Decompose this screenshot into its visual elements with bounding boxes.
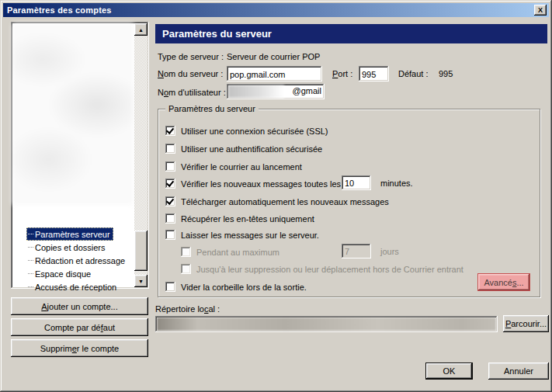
checkbox-label: Vérifier le courrier au lancement xyxy=(181,162,302,172)
tree-branch-icon xyxy=(28,273,33,274)
username-value: @gmail xyxy=(293,86,321,95)
leave-on-server-checkbox[interactable] xyxy=(165,230,175,240)
mnemonic: A xyxy=(41,302,47,311)
checkbox-label: Télécharger automatiquement les nouveaux… xyxy=(181,197,389,206)
cancel-button[interactable]: Annuler xyxy=(488,363,549,380)
button-label: Avancé xyxy=(484,278,512,287)
days-suffix: jours xyxy=(380,247,399,256)
server-type-value: Serveur de courrier POP xyxy=(227,52,320,61)
until-deleted-checkbox[interactable] xyxy=(181,264,191,274)
username-field[interactable]: @gmail xyxy=(227,84,325,99)
username-label: Nom d'utilisateur : xyxy=(158,88,226,97)
settings-tree: Paramètres serveur Copies et dossiers Ré… xyxy=(26,227,128,307)
tree-branch-icon xyxy=(28,234,33,234)
tree-branch-icon xyxy=(28,260,33,261)
port-default-value: 995 xyxy=(439,69,453,78)
window-title: Paramètres des comptes xyxy=(7,5,112,15)
server-name-label: Nom du serveur : xyxy=(158,69,223,78)
row-check-at-startup: Vérifier le courrier au lancement xyxy=(165,161,302,172)
ok-button[interactable]: OK xyxy=(425,363,473,380)
port-field-wrap xyxy=(359,66,389,82)
redacted-username xyxy=(228,85,284,98)
tree-item-accuses-reception[interactable]: Accusés de réception xyxy=(26,280,120,293)
redacted-account-names xyxy=(12,23,134,205)
local-dir-label: Répertoire local : xyxy=(155,304,220,314)
account-tree-listbox[interactable]: Paramètres serveur Copies et dossiers Ré… xyxy=(11,22,149,289)
interval-minutes-input[interactable] xyxy=(342,175,371,190)
tree-item-label: Accusés de réception xyxy=(35,283,116,292)
server-name-input[interactable] xyxy=(227,66,322,82)
vertical-scrollbar[interactable]: ▲ ▼ xyxy=(134,23,148,287)
max-days-checkbox[interactable] xyxy=(181,247,191,257)
checkbox-label: Récupérer les en-têtes uniquement xyxy=(181,214,314,224)
page-title: Paramètres du serveur xyxy=(155,24,547,43)
tree-branch-icon xyxy=(28,247,33,248)
tree-item-label: Espace disque xyxy=(35,269,91,279)
tree-item-copies-dossiers[interactable]: Copies et dossiers xyxy=(26,241,109,254)
tree-item-redaction-adressage[interactable]: Rédaction et adressage xyxy=(26,254,128,267)
tree-item-parametres-serveur[interactable]: Paramètres serveur xyxy=(26,227,113,241)
button-label: jouter un compte... xyxy=(47,302,118,311)
browse-button[interactable]: Parcourir... xyxy=(503,315,549,332)
secure-auth-checkbox[interactable] xyxy=(165,144,175,154)
mnemonic: N xyxy=(158,69,164,78)
headers-only-checkbox[interactable] xyxy=(165,213,175,224)
tree-item-label: Paramètres serveur xyxy=(35,230,110,239)
server-type-label: Type de serveur : xyxy=(158,52,224,61)
row-secure-auth: Utiliser une authentification sécurisée xyxy=(165,143,322,154)
scrollbar-thumb[interactable] xyxy=(134,231,148,271)
empty-trash-checkbox[interactable] xyxy=(165,282,175,292)
server-name-field-wrap xyxy=(227,66,322,82)
row-leave-on-server: Laisser les messages sur le serveur. xyxy=(165,229,319,241)
add-account-button[interactable]: Ajouter un compte... xyxy=(11,297,148,315)
button-label: ... xyxy=(516,278,523,287)
close-icon[interactable]: X xyxy=(534,5,547,16)
max-days-input xyxy=(342,244,371,258)
max-days-field-wrap xyxy=(342,244,371,258)
advanced-button[interactable]: Avancés... xyxy=(477,273,530,291)
row-auto-download: Télécharger automatiquement les nouveaux… xyxy=(165,196,389,207)
checkbox-label: Laisser les messages sur le serveur. xyxy=(181,231,319,240)
port-label: Port : xyxy=(332,69,352,78)
button-label: aut xyxy=(103,323,115,332)
tree-branch-icon xyxy=(28,286,33,287)
button-label: Supprim xyxy=(40,344,72,353)
check-interval-checkbox[interactable] xyxy=(165,179,175,189)
tree-item-label: Copies et dossiers xyxy=(35,243,106,252)
port-input[interactable] xyxy=(359,66,389,82)
row-check-interval: Vérifier les nouveaux messages toutes le… xyxy=(165,178,540,189)
port-default-label: Défaut : xyxy=(398,69,429,78)
tree-item-espace-disque[interactable]: Espace disque xyxy=(26,267,94,280)
checkbox-label: Jusqu'à leur suppression ou leur déplace… xyxy=(196,265,463,274)
row-ssl: Utiliser une connexion sécurisée (SSL) xyxy=(165,125,328,137)
default-account-button[interactable]: Compte par défaut xyxy=(11,318,148,336)
account-settings-dialog: Paramètres des comptes X Paramètres serv… xyxy=(0,0,552,392)
tree-item-label: Rédaction et adressage xyxy=(35,256,125,265)
ssl-checkbox[interactable] xyxy=(165,126,175,136)
row-max-days: Pendant au maximum jours xyxy=(181,246,540,258)
checkbox-label: Utiliser une authentification sécurisée xyxy=(181,144,322,154)
row-headers-only: Récupérer les en-têtes uniquement xyxy=(165,213,314,224)
auto-download-checkbox[interactable] xyxy=(165,196,175,206)
interval-field-wrap xyxy=(342,175,371,190)
row-empty-trash: Vider la corbeille lors de la sortie. xyxy=(165,281,307,293)
groupbox-title: Paramètres du serveur xyxy=(165,104,259,113)
minutes-suffix: minutes. xyxy=(380,179,413,188)
checkbox-label: Utiliser une connexion sécurisée (SSL) xyxy=(181,127,328,136)
titlebar[interactable]: Paramètres des comptes X xyxy=(3,3,549,17)
check-at-startup-checkbox[interactable] xyxy=(165,161,175,172)
checkbox-label: Pendant au maximum xyxy=(196,248,279,257)
redacted-local-dir-path xyxy=(157,317,496,331)
button-label: Compte par dé xyxy=(44,323,101,332)
row-until-deleted: Jusqu'à leur suppression ou leur déplace… xyxy=(181,263,463,275)
button-label: r le compte xyxy=(77,344,119,353)
scroll-down-icon[interactable]: ▼ xyxy=(134,275,148,287)
button-label: arcourir... xyxy=(511,319,547,328)
remove-account-button[interactable]: Supprimer le compte xyxy=(11,339,148,357)
local-dir-field[interactable] xyxy=(155,316,498,332)
checkbox-label: Vérifier les nouveaux messages toutes le… xyxy=(181,179,341,189)
scroll-up-icon[interactable]: ▲ xyxy=(134,23,148,36)
checkbox-label: Vider la corbeille lors de la sortie. xyxy=(181,283,307,292)
